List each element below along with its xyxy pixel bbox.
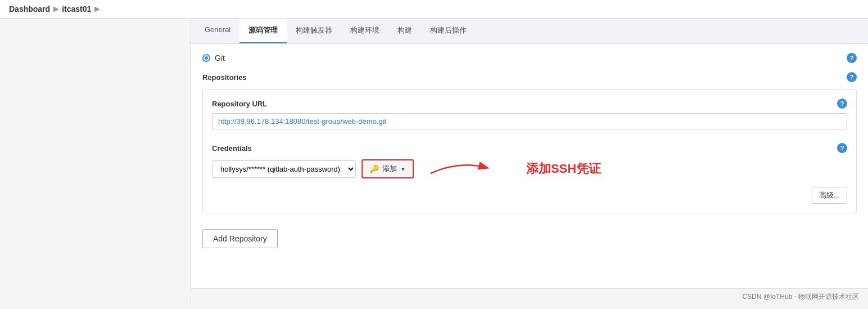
tab-source[interactable]: 源码管理 bbox=[239, 19, 287, 43]
arrow-annotation bbox=[425, 158, 515, 180]
breadcrumb: Dashboard ▶ itcast01 ▶ bbox=[0, 0, 868, 19]
credentials-label: Credentials bbox=[212, 144, 252, 153]
tabs-bar: General 源码管理 构建触发器 构建环境 构建 构建后操作 bbox=[191, 19, 868, 44]
credentials-section: Credentials ? hollysys/****** (qitlab-au… bbox=[212, 143, 847, 180]
breadcrumb-root[interactable]: Dashboard bbox=[9, 5, 50, 14]
footer-text: CSDN @IoTHub - 物联网开源技术社区 bbox=[742, 293, 859, 301]
add-repository-button[interactable]: Add Repository bbox=[202, 229, 278, 248]
repository-box: Repository URL ? Credentials ? hollysys/… bbox=[202, 89, 857, 213]
credentials-row: hollysys/****** (qitlab-auth-password) 🔑… bbox=[212, 159, 414, 178]
sidebar bbox=[0, 19, 191, 305]
tab-env[interactable]: 构建环境 bbox=[341, 19, 388, 43]
dropdown-arrow-icon: ▼ bbox=[400, 166, 406, 172]
breadcrumb-sep2: ▶ bbox=[94, 5, 100, 13]
tab-build[interactable]: 构建 bbox=[388, 19, 421, 43]
tab-general[interactable]: General bbox=[196, 19, 239, 43]
annotation-text: 添加SSH凭证 bbox=[526, 160, 601, 177]
credentials-help-icon[interactable]: ? bbox=[837, 143, 847, 153]
git-label: Git bbox=[215, 53, 225, 62]
repo-url-help-icon[interactable]: ? bbox=[837, 98, 847, 109]
repositories-help-icon[interactable]: ? bbox=[847, 72, 857, 82]
repo-url-label: Repository URL bbox=[212, 100, 267, 108]
credentials-label-row: Credentials ? bbox=[212, 143, 847, 153]
credentials-select[interactable]: hollysys/****** (qitlab-auth-password) bbox=[212, 160, 356, 178]
key-icon: 🔑 bbox=[369, 164, 379, 173]
content-area: General 源码管理 构建触发器 构建环境 构建 构建后操作 Gi bbox=[191, 19, 868, 305]
repo-url-input[interactable] bbox=[212, 113, 847, 129]
git-radio[interactable] bbox=[202, 54, 210, 62]
main-layout: General 源码管理 构建触发器 构建环境 构建 构建后操作 Gi bbox=[0, 19, 868, 305]
breadcrumb-sep1: ▶ bbox=[53, 5, 58, 13]
tab-triggers[interactable]: 构建触发器 bbox=[287, 19, 341, 43]
add-credentials-button[interactable]: 🔑 添加 ▼ bbox=[361, 159, 414, 178]
repositories-section-header: Repositories ? bbox=[202, 72, 857, 82]
git-row: Git ? bbox=[202, 53, 857, 63]
advanced-row: 高级... bbox=[212, 187, 847, 204]
add-btn-label: 添加 bbox=[382, 164, 397, 174]
advanced-button[interactable]: 高级... bbox=[812, 187, 847, 204]
tab-content: Git ? Repositories ? Repository URL ? bbox=[191, 44, 868, 288]
breadcrumb-item1[interactable]: itcast01 bbox=[62, 5, 91, 14]
footer: CSDN @IoTHub - 物联网开源技术社区 bbox=[191, 288, 868, 305]
tab-post[interactable]: 构建后操作 bbox=[421, 19, 476, 43]
annotation-area: hollysys/****** (qitlab-auth-password) 🔑… bbox=[212, 158, 847, 180]
git-help-icon[interactable]: ? bbox=[847, 53, 857, 63]
repo-url-label-row: Repository URL ? bbox=[212, 98, 847, 109]
repositories-title: Repositories bbox=[202, 73, 247, 82]
